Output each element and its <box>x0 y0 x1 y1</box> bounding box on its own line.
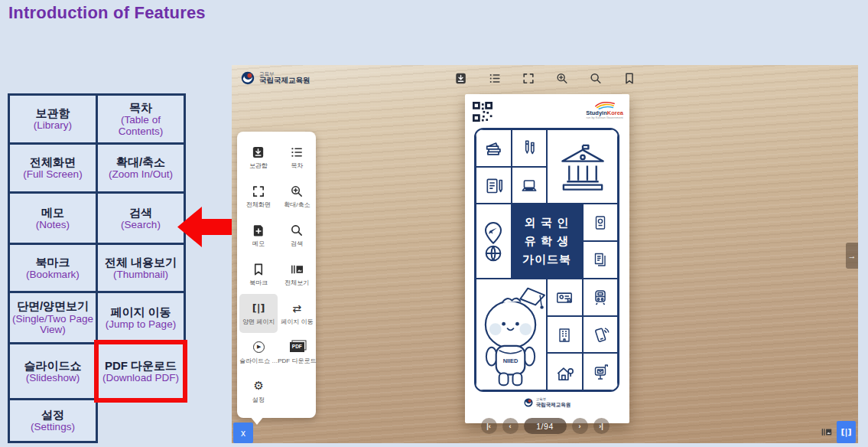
zoom-in-icon <box>290 184 304 198</box>
feature-cell-jump-page: 페이지 이동(Jump to Page) <box>97 292 185 344</box>
two-page-icon: [|] <box>252 301 265 315</box>
feature-cell-zoom: 확대/축소(Zoom In/Out) <box>97 144 185 193</box>
next-page-button[interactable]: › <box>572 418 588 434</box>
sidebar-item-toc[interactable]: 목차 <box>278 138 316 177</box>
feature-cell-pdf-download-highlighted: PDF 다운로드(Download PDF) <box>97 344 185 400</box>
id-card-icon <box>547 279 583 316</box>
brand-tagline: run by Korean Government <box>586 116 623 119</box>
svg-text:NIIED: NIIED <box>503 357 519 364</box>
first-page-button[interactable]: |‹ <box>481 418 497 434</box>
page-title: Introduction of Features <box>8 3 206 23</box>
sidebar-close-button[interactable]: x <box>233 423 253 443</box>
viewer-top-toolbar <box>454 72 636 85</box>
sidebar-item-pdf-download[interactable]: PDF PDF 다운로드 <box>278 333 316 372</box>
feature-cell-search: 검색(Search) <box>97 193 185 244</box>
feature-cell-bookmark: 북마크(Bookmark) <box>9 244 97 292</box>
table-row: 보관함(Library) 목차(Table of Contents) <box>9 95 185 144</box>
viewer-sidebar-menu: 보관함 목차 전체화면 확대/축소 메모 검색 북마크 전체보기 <box>237 132 316 418</box>
laptop-icon <box>512 167 548 204</box>
table-of-contents-icon <box>290 145 304 159</box>
table-row: 슬라이드쇼(Slideshow) PDF 다운로드(Download PDF) <box>9 344 185 400</box>
passport-icon <box>583 204 619 241</box>
travel-pin-globe-icon <box>476 204 512 278</box>
documents-icon <box>583 241 619 279</box>
sidebar-item-library[interactable]: 보관함 <box>239 138 278 177</box>
search-icon <box>290 223 304 237</box>
corner-tools: [|] <box>821 421 856 443</box>
right-arrow-icon: → <box>848 251 857 260</box>
ebook-viewer-screenshot: 교육부 국립국제교육원 보관함 목차 전체화면 <box>232 65 858 443</box>
table-row: 메모(Notes) 검색(Search) <box>9 193 185 244</box>
study-in-korea-logo: StudyinKorea run by Korean Government <box>586 100 623 120</box>
sidebar-item-memo[interactable]: 메모 <box>239 216 278 255</box>
feature-cell-toc: 목차(Table of Contents) <box>97 95 185 144</box>
mailbox-icon <box>583 353 619 390</box>
cover-model-kit-frame: 외 국 인 유 학 생 가이드북 <box>474 128 619 392</box>
cover-title-block: 외 국 인 유 학 생 가이드북 <box>512 204 583 278</box>
feature-cell-fullscreen: 전체화면(Full Screen) <box>9 144 97 193</box>
qr-code <box>473 102 493 122</box>
page-counter[interactable]: 1/94 <box>524 418 567 434</box>
sidebar-item-thumbnails[interactable]: 전체보기 <box>278 255 316 294</box>
table-row: 설정(Settings) <box>9 400 185 442</box>
niied-logo-icon <box>524 398 533 407</box>
sidebar-item-jump-page[interactable]: ⇄ 페이지 이동 <box>278 294 316 333</box>
thumbnails-icon <box>290 262 304 276</box>
search-icon[interactable] <box>589 72 602 85</box>
building-icon <box>547 316 583 354</box>
feature-cell-thumbnail: 전체 내용보기(Thumbnail) <box>97 244 185 292</box>
red-arrow-callout <box>177 207 236 247</box>
gear-icon: ⚙ <box>253 379 263 393</box>
sidebar-item-search[interactable]: 검색 <box>278 216 316 255</box>
sidebar-item-fullscreen[interactable]: 전체화면 <box>239 177 278 216</box>
tutorial-page: Introduction of Features 보관함(Library) 목차… <box>0 0 868 447</box>
niied-logo-icon <box>241 71 255 85</box>
phone-icon <box>583 316 619 354</box>
bookmark-icon <box>252 262 265 276</box>
feature-cell-library: 보관함(Library) <box>9 95 97 144</box>
table-row: 북마크(Bookmark) 전체 내용보기(Thumbnail) <box>9 244 185 292</box>
page-navigation: |‹ ‹ 1/94 › ›| <box>481 418 610 434</box>
zoom-in-icon[interactable] <box>555 72 568 85</box>
train-icon <box>583 279 619 316</box>
cover-footer-logo: 교육부 국립국제교육원 <box>465 398 629 407</box>
pdf-icon: PDF <box>290 340 304 354</box>
pens-icon <box>512 129 548 167</box>
library-icon <box>252 145 265 159</box>
table-row: 전체화면(Full Screen) 확대/축소(Zoom In/Out) <box>9 144 185 193</box>
thumbnails-icon[interactable] <box>821 426 832 438</box>
feature-cell-notes: 메모(Notes) <box>9 193 97 244</box>
feature-cell-page-view: 단면/양면보기(Single/Two Page View) <box>9 292 97 344</box>
sidebar-item-two-page-selected[interactable]: [|] 양면 페이지 <box>239 294 278 333</box>
sidebar-item-slideshow[interactable]: ▶ 슬라이드쇼 … <box>239 333 278 372</box>
fullscreen-icon[interactable] <box>522 72 535 85</box>
notebook-icon <box>476 167 512 204</box>
feature-table: 보관함(Library) 목차(Table of Contents) 전체화면(… <box>8 93 186 443</box>
next-page-flip-button[interactable]: → <box>846 243 858 269</box>
library-icon[interactable] <box>454 72 467 85</box>
two-page-view-button[interactable]: [|] <box>837 421 856 443</box>
feature-cell-settings: 설정(Settings) <box>9 400 97 442</box>
bookmark-icon[interactable] <box>623 72 636 85</box>
empty-cell <box>97 400 185 442</box>
feature-cell-slideshow: 슬라이드쇼(Slideshow) <box>9 344 97 400</box>
sidebar-item-zoom[interactable]: 확대/축소 <box>278 177 316 216</box>
table-row: 단면/양면보기(Single/Two Page View) 페이지 이동(Jum… <box>9 292 185 344</box>
last-page-button[interactable]: ›| <box>593 418 610 434</box>
books-icon <box>476 129 512 167</box>
note-add-icon <box>252 223 265 237</box>
university-building-icon <box>547 129 618 204</box>
sidebar-item-bookmark[interactable]: 북마크 <box>239 255 278 294</box>
jump-page-icon: ⇄ <box>292 301 301 315</box>
house-icon <box>547 353 583 390</box>
slideshow-play-icon: ▶ <box>253 340 265 354</box>
previous-page-button[interactable]: ‹ <box>502 418 519 434</box>
niied-logo: 교육부 국립국제교육원 <box>241 71 310 85</box>
niied-mascot: NIIED <box>476 279 547 390</box>
fullscreen-icon <box>252 184 265 198</box>
book-cover-page[interactable]: StudyinKorea run by Korean Government 외 … <box>465 94 629 423</box>
table-of-contents-icon[interactable] <box>488 72 501 85</box>
logo-org-label: 국립국제교육원 <box>259 77 310 84</box>
sidebar-item-settings[interactable]: ⚙ 설정 <box>239 372 278 411</box>
